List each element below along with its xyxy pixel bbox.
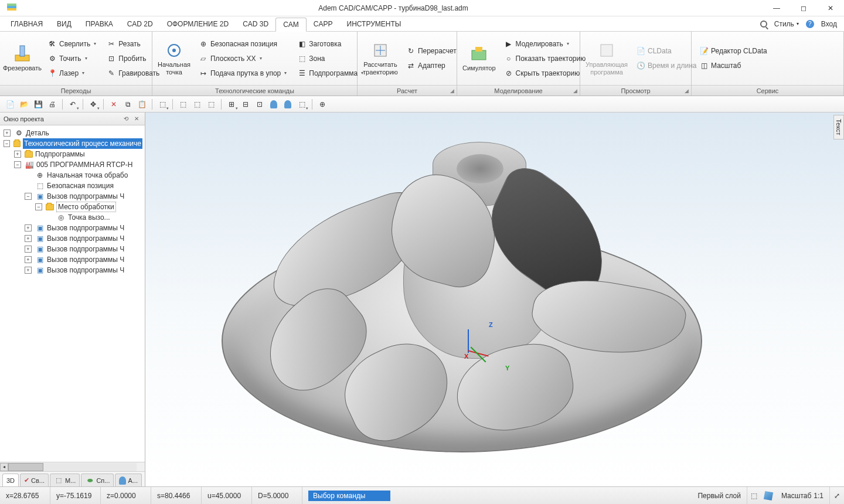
adapter-button[interactable]: ⇄Адаптер <box>402 59 461 73</box>
subprog-button[interactable]: ☰Подпрограмма▾ <box>293 66 367 80</box>
drill-button[interactable]: 🛠Сверлить▾ <box>43 37 100 51</box>
scale-button[interactable]: ◫Масштаб <box>695 59 771 73</box>
text-tab[interactable]: Текст <box>833 115 844 139</box>
qat-t5[interactable]: ⊞▾ <box>225 98 238 111</box>
folder-icon <box>13 141 21 147</box>
start-point-button[interactable]: Начальная точка <box>156 35 192 82</box>
qat-t9[interactable]: ⊕ <box>316 98 329 111</box>
qat-db2[interactable] <box>281 98 294 111</box>
status-bar: x=28.6765 y=-75.1619 z=0.0000 s=80.4466 … <box>0 486 844 504</box>
engrave-icon: ✎ <box>107 69 116 78</box>
laser-button[interactable]: 📍Лазер▾ <box>43 66 100 80</box>
collapse-icon[interactable]: − <box>4 140 10 147</box>
qat-delete[interactable]: ✕ <box>107 98 120 111</box>
ctrl-prog-button[interactable]: Управляющая программа <box>584 35 629 82</box>
project-tree[interactable]: +⚙Деталь −Технологический процесс механи… <box>0 125 145 462</box>
app-logo <box>0 2 23 14</box>
ribbon: Фрезеровать 🛠Сверлить▾ ⚙Точить▾ 📍Лазер▾ … <box>0 32 844 96</box>
status-ico1[interactable]: ⬚ <box>748 490 760 502</box>
qat-t7[interactable]: ⊡ <box>253 98 266 111</box>
qat-tool1[interactable]: ✥▾ <box>87 98 100 111</box>
tab-cam[interactable]: CAM <box>275 18 307 32</box>
tab-main[interactable]: ГЛАВНАЯ <box>4 18 50 30</box>
svg-rect-4 <box>20 46 25 56</box>
show-traj-button[interactable]: ○Показать траекторию <box>500 52 590 66</box>
qat-t4[interactable]: ⬚ <box>205 98 217 111</box>
simulator-button[interactable]: Симулятор <box>461 35 498 82</box>
qat-t2[interactable]: ⬚ <box>176 98 189 111</box>
maximize-button[interactable]: ◻ <box>790 0 817 16</box>
stab-a[interactable]: А... <box>115 474 142 486</box>
qat-t8[interactable]: ⬚▾ <box>295 98 308 111</box>
model-button[interactable]: ▶Моделировать▾ <box>500 37 590 51</box>
help-icon[interactable]: ? <box>806 20 814 28</box>
qat-copy[interactable]: ⧉ <box>121 98 134 111</box>
model-icon: ▶ <box>504 39 513 49</box>
viewport-3d[interactable]: Текст Z X Y <box>145 113 844 486</box>
stock-button[interactable]: ◧Заготовка <box>293 37 367 51</box>
qat-new[interactable]: 📄 <box>4 98 16 111</box>
qat-db1[interactable] <box>267 98 280 111</box>
tab-cad2d[interactable]: CAD 2D <box>120 18 160 30</box>
tab-cad3d[interactable]: CAD 3D <box>236 18 275 30</box>
tab-view[interactable]: ВИД <box>50 18 79 30</box>
stock-icon: ◧ <box>297 39 307 49</box>
zone-button[interactable]: ⬚Зона <box>293 52 367 66</box>
status-ico2[interactable] <box>763 490 774 502</box>
qat-save[interactable]: 💾 <box>32 98 45 111</box>
tree-hscroll[interactable]: ◂ ▸ <box>0 462 145 471</box>
time-len-button[interactable]: 🕓Время и длина <box>632 59 700 73</box>
qat-paste[interactable]: 📋 <box>135 98 148 111</box>
hide-traj-button[interactable]: ⊘Скрыть траекторию <box>500 66 590 80</box>
call-icon: ▣ <box>35 234 45 243</box>
group-calc-label: Расчет◢ <box>358 85 457 96</box>
scroll-thumb[interactable] <box>8 463 43 471</box>
close-button[interactable]: ✕ <box>817 0 844 16</box>
calc-traj-button[interactable]: Рассчитать траекторию <box>361 35 400 82</box>
turn-button[interactable]: ⚙Точить▾ <box>43 52 100 66</box>
qat-open[interactable]: 📂 <box>18 98 30 111</box>
safe-pos-icon: ⊕ <box>199 39 208 49</box>
scale-icon: ◫ <box>699 61 709 70</box>
tab-format2d[interactable]: ОФОРМЛЕНИЕ 2D <box>160 18 236 30</box>
search-icon[interactable] <box>760 21 767 28</box>
style-dropdown[interactable]: Стиль▾ <box>771 19 802 29</box>
cldata-editor-button[interactable]: 📝Редактор CLData <box>695 44 771 58</box>
group-service-label: Сервис <box>692 85 843 96</box>
qat-t3[interactable]: ⬚ <box>190 98 203 111</box>
qat-undo[interactable]: ↶▾ <box>66 98 79 111</box>
status-expand[interactable]: ⤢ <box>831 490 843 502</box>
tab-edit[interactable]: ПРАВКА <box>79 18 120 30</box>
scroll-left-button[interactable]: ◂ <box>0 463 8 471</box>
stab-sv[interactable]: ✔Св... <box>20 474 49 486</box>
panel-close-button[interactable]: ✕ <box>132 115 141 123</box>
stab-sp[interactable]: ⬬Сп... <box>81 474 114 486</box>
qat-t6[interactable]: ⊟ <box>239 98 252 111</box>
qat-print[interactable]: 🖨 <box>46 98 59 111</box>
status-scale[interactable]: Масштаб1:1 <box>775 487 830 504</box>
recalc-button[interactable]: ↻Перерасчет <box>402 44 461 58</box>
point-icon: ⊕ <box>35 171 45 180</box>
calc-icon <box>371 41 390 60</box>
panel-pin-button[interactable]: ⟲ <box>121 115 131 123</box>
safe-pos-button[interactable]: ⊕Безопасная позиция <box>195 37 291 51</box>
plane-button[interactable]: ▱Плоскость XX▾ <box>195 52 291 66</box>
qat-t1[interactable]: ⬚▾ <box>156 98 169 111</box>
tab-tools[interactable]: ИНСТРУМЕНТЫ <box>340 18 409 30</box>
barfeed-button[interactable]: ↦Подача прутка в упор▾ <box>195 66 291 80</box>
status-z: z=0.0000 <box>101 487 151 504</box>
prog-icon <box>597 41 616 60</box>
login-button[interactable]: Вход <box>818 19 840 29</box>
cldata-button[interactable]: 📄CLData <box>632 44 700 58</box>
svg-rect-8 <box>472 50 486 60</box>
stab-m[interactable]: ⬚М... <box>50 474 80 486</box>
stab-3d[interactable]: 3D <box>2 474 19 486</box>
minimize-button[interactable]: — <box>763 0 790 16</box>
turn-icon: ⚙ <box>47 54 57 63</box>
mill-button[interactable]: Фрезеровать <box>4 35 41 82</box>
status-layer[interactable]: Первый слой <box>692 487 747 504</box>
recalc-icon: ↻ <box>406 46 416 56</box>
drill-icon: 🛠 <box>47 39 57 49</box>
tab-capp[interactable]: CAPP <box>307 18 340 30</box>
expand-icon[interactable]: + <box>4 130 11 137</box>
